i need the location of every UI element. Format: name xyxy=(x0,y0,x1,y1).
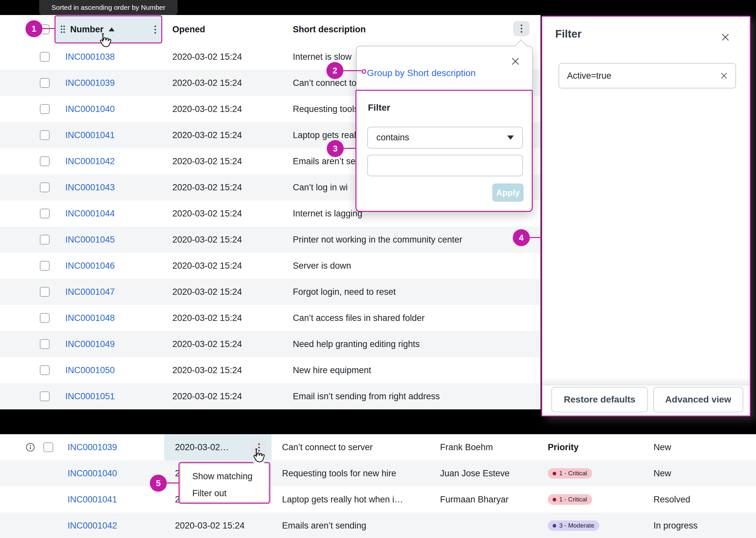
filter-query-input[interactable]: Active=true xyxy=(559,63,736,88)
incident-number-link[interactable]: INC0001047 xyxy=(65,279,115,305)
callout-4: 4 xyxy=(513,229,530,246)
incident-number-link[interactable]: INC0001044 xyxy=(65,200,115,227)
filter-panel: Filter Active=true Restore defaults Adva… xyxy=(541,16,751,416)
callout-line xyxy=(42,28,55,29)
row-checkbox[interactable] xyxy=(40,261,50,271)
priority-badge: 3 - Moderate xyxy=(548,520,599,531)
incident-number-link[interactable]: INC0001039 xyxy=(68,434,117,460)
opened-cell: 2020-03-02 15:24 xyxy=(172,331,242,357)
incident-number-link[interactable]: INC0001045 xyxy=(65,227,115,253)
opened-cell: 2020-03-02 15:24 xyxy=(172,279,242,305)
incident-number-link[interactable]: INC0001046 xyxy=(65,253,115,279)
menu-item-filter-out[interactable]: Filter out xyxy=(181,485,268,502)
table-row: INC00010472020-03-02 15:24Forgot login, … xyxy=(0,279,541,305)
short-description-cell: Emails aren’t sending xyxy=(282,512,366,538)
sort-ascending-icon xyxy=(109,27,115,31)
filter-operator-select[interactable]: contains xyxy=(367,127,523,148)
state-cell: New xyxy=(654,434,671,460)
row-checkbox[interactable] xyxy=(40,130,50,140)
priority-cell: 1 - Critical xyxy=(548,460,592,486)
row-checkbox[interactable] xyxy=(40,235,50,244)
caller-cell: Frank Boehm xyxy=(440,434,493,460)
row-checkbox[interactable] xyxy=(40,209,50,218)
priority-badge: 1 - Critical xyxy=(548,494,592,505)
row-checkbox[interactable] xyxy=(40,313,50,323)
opened-cell: 2020-03-02 15:24 xyxy=(175,512,244,538)
table-row: INC00010392020-03-02…Can’t connect to se… xyxy=(0,434,756,460)
incident-number-link[interactable]: INC0001040 xyxy=(65,96,115,122)
row-checkbox[interactable] xyxy=(40,339,50,349)
row-checkbox[interactable] xyxy=(40,365,50,375)
advanced-view-button[interactable]: Advanced view xyxy=(653,387,743,412)
priority-cell: 1 - Critical xyxy=(548,486,592,512)
menu-item-show-matching[interactable]: Show matching xyxy=(181,468,268,485)
opened-cell: 2020-03-02 15:24 xyxy=(172,174,242,200)
cell-context-menu-items: Show matchingFilter out xyxy=(180,463,269,503)
table-row: INC00010492020-03-02 15:24Need help gran… xyxy=(0,331,541,357)
priority-column-label: Priority xyxy=(548,442,579,453)
priority-cell: Priority xyxy=(548,434,579,460)
opened-cell: 2020-03-02… xyxy=(175,434,229,460)
callout-3: 3 xyxy=(327,140,344,157)
filter-query-value: Active=true xyxy=(567,71,612,81)
table-row: INC00010452020-03-02 15:24Printer not wo… xyxy=(0,227,541,253)
opened-cell: 2020-03-02 15:24 xyxy=(172,148,242,174)
row-checkbox[interactable] xyxy=(40,78,50,88)
table-row: INC00010422020-03-02 15:24Emails aren’t … xyxy=(0,512,756,538)
incident-number-link[interactable]: INC0001051 xyxy=(65,383,115,409)
row-checkbox[interactable] xyxy=(40,392,50,401)
row-checkbox[interactable] xyxy=(40,287,50,297)
opened-cell: 2020-03-02 15:24 xyxy=(172,200,242,227)
incident-number-link[interactable]: INC0001048 xyxy=(65,305,115,331)
short-description-cell: Email isn’t sending from right address xyxy=(293,383,440,409)
clear-icon[interactable] xyxy=(721,72,728,79)
callout-line xyxy=(529,237,542,238)
row-checkbox[interactable] xyxy=(40,104,50,114)
list-controls-kebab-button[interactable] xyxy=(513,21,529,36)
incident-number-link[interactable]: INC0001049 xyxy=(65,331,115,357)
restore-defaults-button[interactable]: Restore defaults xyxy=(551,387,648,412)
incident-number-link[interactable]: INC0001042 xyxy=(65,148,115,174)
short-description-column-header[interactable]: Short description xyxy=(293,15,366,44)
short-description-cell: Need help granting editing rights xyxy=(293,331,420,357)
column-kebab-icon[interactable] xyxy=(154,26,156,34)
kebab-icon xyxy=(521,25,522,33)
table-row: INC00010512020-03-02 15:24Email isn’t se… xyxy=(0,383,541,409)
short-description-cell: Requesting tools for new hire xyxy=(282,460,396,486)
short-description-cell: Can’t log in wi xyxy=(293,174,348,200)
callout-2: 2 xyxy=(326,62,344,79)
caller-cell: Juan Jose Esteve xyxy=(440,460,510,486)
apply-button[interactable]: Apply xyxy=(492,184,523,202)
group-by-link[interactable]: Group by Short description xyxy=(367,68,476,79)
sort-tooltip: Sorted in ascending order by Number xyxy=(39,0,178,15)
opened-column-header[interactable]: Opened xyxy=(172,15,205,44)
filter-section-title: Filter xyxy=(368,102,390,113)
callout-line xyxy=(343,70,362,71)
opened-cell: 2020-03-02 15:24 xyxy=(172,44,242,70)
close-icon[interactable] xyxy=(721,33,729,41)
priority-badge-label: 1 - Critical xyxy=(559,496,587,503)
incident-number-link[interactable]: INC0001043 xyxy=(65,174,115,200)
drag-handle-icon[interactable] xyxy=(61,26,65,34)
row-checkbox[interactable] xyxy=(40,52,50,62)
filter-value-input[interactable] xyxy=(367,155,523,176)
column-filter-section: Filter contains Apply xyxy=(355,90,533,212)
priority-badge-label: 1 - Critical xyxy=(559,470,587,477)
row-checkbox[interactable] xyxy=(40,183,50,192)
short-description-cell: Forgot login, need to reset xyxy=(293,279,396,305)
incident-number-link[interactable]: INC0001040 xyxy=(68,460,117,486)
incident-number-link[interactable]: INC0001039 xyxy=(65,70,115,96)
row-checkbox[interactable] xyxy=(40,156,50,166)
close-icon[interactable] xyxy=(511,57,520,66)
incident-number-link[interactable]: INC0001050 xyxy=(65,357,115,383)
row-checkbox[interactable] xyxy=(43,442,53,452)
incident-number-link[interactable]: INC0001041 xyxy=(65,122,115,148)
incident-number-link[interactable]: INC0001041 xyxy=(68,486,117,512)
opened-cell: 2020-03-02 15:24 xyxy=(172,96,242,122)
opened-cell: 2020-03-02 15:24 xyxy=(172,122,242,148)
priority-badge-label: 3 - Moderate xyxy=(559,522,594,529)
table-row: INC00010402020-03-02 15:24Requesting too… xyxy=(0,460,756,486)
info-icon[interactable] xyxy=(26,442,35,452)
incident-number-link[interactable]: INC0001042 xyxy=(68,512,117,538)
short-description-cell: Can’t connect to server xyxy=(282,434,373,460)
